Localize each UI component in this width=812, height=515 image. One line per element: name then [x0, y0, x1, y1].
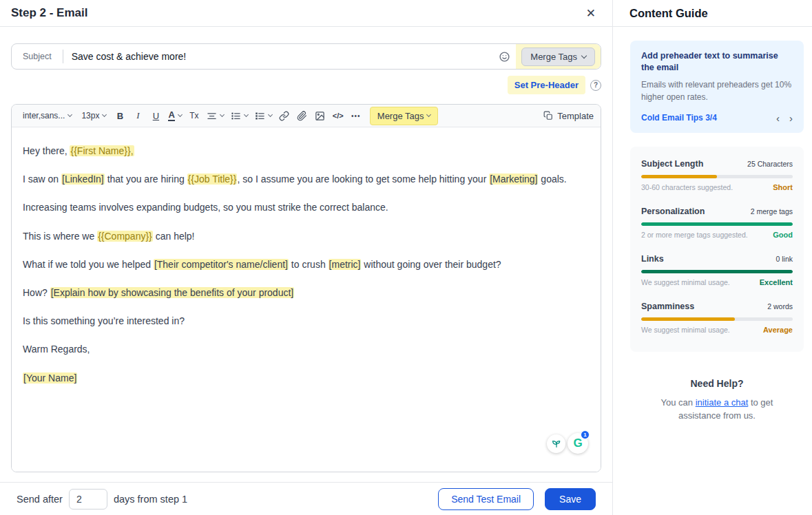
- clear-formatting-button[interactable]: Tx: [186, 107, 202, 124]
- chevron-down-icon: [220, 112, 225, 117]
- font-size-select[interactable]: 13px: [77, 108, 110, 123]
- text-segment: This is where we: [23, 231, 97, 242]
- merge-tags-label: Merge Tags: [377, 111, 424, 121]
- template-label: Template: [557, 111, 594, 121]
- font-family-select[interactable]: inter,sans...: [19, 108, 76, 123]
- text-segment: How?: [23, 287, 50, 298]
- next-tip-icon[interactable]: ›: [789, 113, 793, 123]
- metric-subject-length: Subject Length25 Characters30-60 charact…: [641, 159, 793, 191]
- text-segment: Is this something you’re interested in?: [23, 315, 185, 326]
- merge-tag-chip: {{Job Title}}: [187, 174, 238, 185]
- bullet-list-button[interactable]: [252, 107, 275, 124]
- content-guide-header: Content Guide: [613, 0, 812, 27]
- more-options-button[interactable]: •••: [348, 107, 364, 124]
- editor-paragraph: I saw on [LinkedIn] that you are hiring …: [23, 173, 590, 185]
- close-icon[interactable]: ✕: [586, 8, 596, 19]
- grammarly-icon[interactable]: G 1: [568, 433, 588, 454]
- chevron-down-icon: [178, 112, 183, 117]
- help-icon[interactable]: ?: [590, 80, 601, 91]
- link-icon: [279, 111, 289, 121]
- merge-tags-highlight: Merge Tags: [516, 44, 601, 69]
- tip-card: Add preheader text to summarise the emai…: [630, 41, 804, 133]
- metric-value: 0 link: [775, 255, 793, 263]
- need-help-body: You can initiate a chat to get assistanc…: [648, 396, 786, 423]
- chevron-down-icon: [102, 112, 107, 117]
- set-preheader-button[interactable]: Set Pre-Header: [508, 76, 585, 94]
- days-input[interactable]: [69, 489, 107, 509]
- align-button[interactable]: [204, 107, 227, 124]
- grammarly-badge: 1: [581, 430, 590, 439]
- ordered-list-button[interactable]: [228, 107, 251, 124]
- attachment-button[interactable]: [294, 107, 311, 124]
- editor-paragraph: [Your Name]: [23, 372, 590, 384]
- send-after-label: Send after: [17, 494, 63, 505]
- emoji-picker-button[interactable]: [493, 51, 516, 63]
- align-icon: [207, 111, 217, 121]
- text-segment: without going over their budget?: [361, 259, 501, 270]
- writing-assistant-widget: G 1: [547, 433, 588, 454]
- text-segment: Increasing teams involves expanding budg…: [23, 202, 388, 213]
- toolbar-merge-tags-button[interactable]: Merge Tags: [370, 107, 439, 125]
- metric-label: Subject Length: [641, 159, 703, 169]
- editor-paragraph: Hey there, {{First Name}},: [23, 145, 590, 157]
- clear-formatting-label: Tx: [189, 111, 198, 120]
- metric-personalization: Personalization2 merge tags2 or more mer…: [641, 207, 793, 239]
- metric-progress-track: [641, 175, 793, 178]
- prev-tip-icon[interactable]: ‹: [776, 113, 780, 123]
- template-button[interactable]: Template: [543, 111, 594, 121]
- metric-label: Links: [641, 254, 664, 264]
- assistant-icon[interactable]: [547, 434, 565, 453]
- editor-toolbar: inter,sans... 13px B I U A Tx </> ••• Me…: [12, 105, 601, 127]
- metric-value: 25 Characters: [747, 160, 793, 168]
- editor-paragraph: Warm Regards,: [23, 343, 590, 355]
- font-size-value: 13px: [81, 111, 99, 120]
- metric-progress-track: [641, 270, 793, 273]
- editor-body[interactable]: Hey there, {{First Name}},I saw on [Link…: [12, 127, 601, 472]
- underline-button[interactable]: U: [147, 107, 164, 124]
- editor-paragraph: Is this something you’re interested in?: [23, 315, 590, 327]
- save-button[interactable]: Save: [545, 488, 596, 510]
- link-button[interactable]: [276, 107, 293, 124]
- ordered-list-icon: [231, 111, 241, 121]
- chevron-down-icon: [244, 112, 249, 117]
- editor-paragraph: Increasing teams involves expanding budg…: [23, 201, 590, 213]
- text-segment: I saw on: [23, 174, 61, 185]
- step-header: Step 2 - Email ✕: [0, 0, 612, 27]
- metric-progress-fill: [641, 317, 735, 321]
- text-segment: Warm Regards,: [23, 344, 90, 355]
- placeholder-chip: [Explain how by showcasing the benefits …: [50, 287, 295, 298]
- initiate-chat-link[interactable]: initiate a chat: [696, 397, 749, 408]
- metric-label: Personalization: [641, 207, 705, 216]
- bullet-list-icon: [255, 111, 265, 121]
- code-button[interactable]: </>: [330, 107, 346, 124]
- placeholder-chip: [metric]: [329, 259, 362, 270]
- bold-button[interactable]: B: [112, 107, 128, 124]
- italic-button[interactable]: I: [129, 107, 146, 124]
- text-segment: that you are hiring: [105, 174, 187, 185]
- step-footer: Send after days from step 1 Send Test Em…: [0, 482, 612, 515]
- paperclip-icon: [297, 111, 307, 121]
- text-color-button[interactable]: A: [165, 107, 184, 124]
- subject-input[interactable]: [63, 51, 494, 62]
- image-button[interactable]: [312, 107, 329, 124]
- send-test-email-button[interactable]: Send Test Email: [438, 488, 534, 510]
- text-segment: to crush: [289, 259, 329, 270]
- metric-progress-track: [641, 317, 793, 321]
- chevron-down-icon: [581, 52, 587, 58]
- editor-paragraph: How? [Explain how by showcasing the bene…: [23, 286, 590, 299]
- merge-tag-chip: {{Company}}: [97, 231, 153, 242]
- tip-pager-label[interactable]: Cold Email Tips 3/4: [641, 113, 717, 123]
- font-family-value: inter,sans...: [23, 111, 65, 120]
- merge-tags-label: Merge Tags: [530, 52, 577, 62]
- subject-merge-tags-button[interactable]: Merge Tags: [521, 48, 595, 66]
- placeholder-chip: [LinkedIn]: [61, 174, 105, 185]
- step-body: Subject Merge Tags Set Pre-Header ? inte…: [0, 27, 612, 482]
- text-segment: Hey there,: [23, 145, 70, 156]
- metric-progress-fill: [641, 270, 793, 273]
- content-guide-body: Add preheader text to summarise the emai…: [613, 27, 812, 423]
- tip-pager-row: Cold Email Tips 3/4 ‹ ›: [641, 113, 793, 123]
- metric-links: Links0 linkWe suggest minimal usage.Exce…: [641, 254, 793, 286]
- text-color-label: A: [168, 110, 174, 121]
- smiley-icon: [499, 51, 510, 63]
- metric-status-badge: Good: [773, 231, 793, 239]
